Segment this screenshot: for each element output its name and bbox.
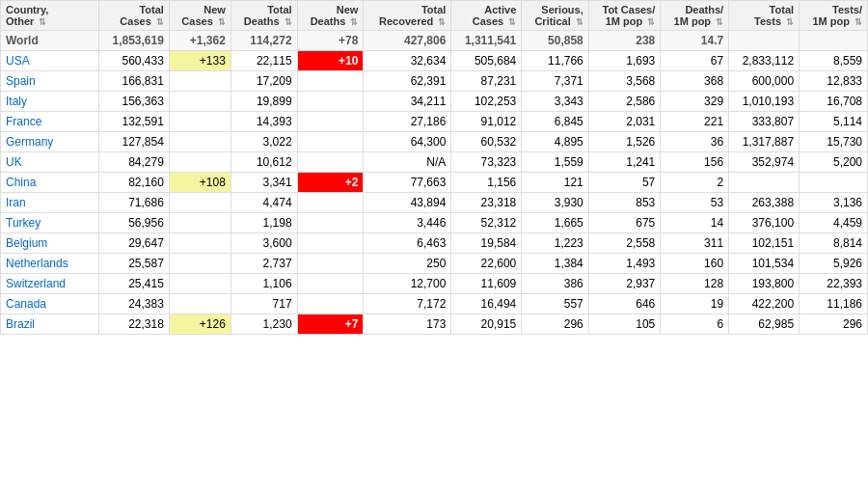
cell-tot-per-1m: 238 (588, 31, 661, 51)
cell-tests-per-1m: 8,559 (800, 51, 868, 71)
country-link[interactable]: USA (6, 54, 30, 68)
cell-total-deaths: 3,022 (231, 132, 297, 152)
cell-total-recovered: 3,446 (364, 213, 451, 233)
cell-country[interactable]: Germany (1, 132, 99, 152)
country-link[interactable]: France (6, 115, 41, 128)
cell-deaths-per-1m: 14 (661, 213, 729, 233)
cell-serious: 11,766 (522, 51, 588, 71)
cell-total-deaths: 3,600 (231, 233, 297, 254)
cell-total-deaths: 3,341 (231, 173, 297, 193)
cell-tot-per-1m: 1,493 (588, 254, 661, 274)
cell-active-cases: 52,312 (451, 213, 522, 233)
cell-total-recovered: 427,806 (364, 31, 451, 51)
country-link[interactable]: Turkey (6, 216, 41, 230)
cell-tot-per-1m: 2,031 (588, 112, 661, 132)
col-header-tests-per-1m[interactable]: Tests/1M pop ⇅ (800, 1, 868, 31)
cell-total-tests (729, 31, 800, 51)
cell-tests-per-1m: 8,814 (800, 233, 868, 254)
cell-deaths-per-1m: 221 (661, 112, 729, 132)
cell-country[interactable]: Italy (1, 92, 99, 112)
cell-tests-per-1m: 5,200 (800, 152, 868, 173)
cell-total-cases: 84,279 (98, 152, 169, 173)
cell-deaths-per-1m: 329 (661, 92, 729, 112)
cell-deaths-per-1m: 53 (661, 193, 729, 213)
cell-new-cases (169, 71, 231, 92)
cell-active-cases: 11,609 (451, 274, 522, 294)
cell-serious: 296 (522, 314, 588, 335)
cell-new-deaths (297, 274, 364, 294)
cell-tests-per-1m: 4,459 (800, 213, 868, 233)
country-link[interactable]: China (6, 176, 36, 189)
country-link[interactable]: Spain (6, 74, 36, 88)
cell-total-deaths: 1,198 (231, 213, 297, 233)
cell-new-deaths (297, 193, 364, 213)
cell-country[interactable]: Iran (1, 193, 99, 213)
country-link[interactable]: Belgium (6, 236, 47, 250)
table-header-row: Country,Other ⇅ TotalCases ⇅ NewCases ⇅ … (1, 1, 868, 31)
cell-tot-per-1m: 105 (588, 314, 661, 335)
cell-total-deaths: 114,272 (231, 31, 297, 51)
cell-country[interactable]: Switzerland (1, 274, 99, 294)
col-header-tot-per-1m[interactable]: Tot Cases/1M pop ⇅ (588, 1, 661, 31)
cell-country[interactable]: UK (1, 152, 99, 173)
col-header-serious[interactable]: Serious,Critical ⇅ (522, 1, 588, 31)
cell-deaths-per-1m: 67 (661, 51, 729, 71)
cell-active-cases: 505,684 (451, 51, 522, 71)
cell-deaths-per-1m: 311 (661, 233, 729, 254)
cell-new-cases (169, 233, 231, 254)
col-header-country[interactable]: Country,Other ⇅ (1, 1, 99, 31)
cell-country[interactable]: Belgium (1, 233, 99, 254)
country-link[interactable]: Italy (6, 95, 27, 108)
cell-country[interactable]: France (1, 112, 99, 132)
cell-total-deaths: 19,899 (231, 92, 297, 112)
cell-new-deaths (297, 294, 364, 314)
covid-table: Country,Other ⇅ TotalCases ⇅ NewCases ⇅ … (0, 0, 868, 335)
cell-new-deaths (297, 152, 364, 173)
cell-country[interactable]: China (1, 173, 99, 193)
cell-total-recovered: 250 (364, 254, 451, 274)
cell-tests-per-1m: 5,114 (800, 112, 868, 132)
cell-new-cases (169, 193, 231, 213)
cell-tot-per-1m: 2,558 (588, 233, 661, 254)
cell-country[interactable]: Canada (1, 294, 99, 314)
col-header-new-deaths[interactable]: NewDeaths ⇅ (297, 1, 364, 31)
cell-serious: 1,559 (522, 152, 588, 173)
cell-tot-per-1m: 2,586 (588, 92, 661, 112)
country-link[interactable]: Germany (6, 135, 53, 149)
cell-new-deaths (297, 233, 364, 254)
country-link[interactable]: Brazil (6, 317, 35, 331)
cell-total-deaths: 2,737 (231, 254, 297, 274)
cell-country[interactable]: USA (1, 51, 99, 71)
cell-country[interactable]: Turkey (1, 213, 99, 233)
cell-new-cases (169, 92, 231, 112)
col-header-total-deaths[interactable]: TotalDeaths ⇅ (231, 1, 297, 31)
table-row: World1,853,619+1,362114,272+78427,8061,3… (1, 31, 868, 51)
country-link[interactable]: UK (6, 155, 22, 169)
table-row: UK84,27910,612N/A73,3231,5591,241156352,… (1, 152, 868, 173)
cell-deaths-per-1m: 2 (661, 173, 729, 193)
col-header-total-tests[interactable]: TotalTests ⇅ (729, 1, 800, 31)
cell-total-cases: 25,587 (98, 254, 169, 274)
table-row: France132,59114,39327,18691,0126,8452,03… (1, 112, 868, 132)
cell-active-cases: 19,584 (451, 233, 522, 254)
cell-country[interactable]: Brazil (1, 314, 99, 335)
cell-country[interactable]: Netherlands (1, 254, 99, 274)
cell-tests-per-1m (800, 31, 868, 51)
country-link[interactable]: Iran (6, 196, 26, 209)
country-link[interactable]: Netherlands (6, 257, 68, 270)
col-header-total-cases[interactable]: TotalCases ⇅ (98, 1, 169, 31)
col-header-deaths-per-1m[interactable]: Deaths/1M pop ⇅ (661, 1, 729, 31)
cell-country[interactable]: Spain (1, 71, 99, 92)
cell-tot-per-1m: 1,693 (588, 51, 661, 71)
country-link[interactable]: Switzerland (6, 277, 66, 290)
cell-new-cases (169, 254, 231, 274)
col-header-new-cases[interactable]: NewCases ⇅ (169, 1, 231, 31)
cell-total-deaths: 1,230 (231, 314, 297, 335)
cell-new-cases: +133 (169, 51, 231, 71)
cell-active-cases: 91,012 (451, 112, 522, 132)
col-header-active-cases[interactable]: ActiveCases ⇅ (451, 1, 522, 31)
cell-new-deaths (297, 132, 364, 152)
country-link[interactable]: Canada (6, 297, 46, 311)
table-row: Netherlands25,5872,73725022,6001,3841,49… (1, 254, 868, 274)
col-header-total-recovered[interactable]: TotalRecovered ⇅ (364, 1, 451, 31)
